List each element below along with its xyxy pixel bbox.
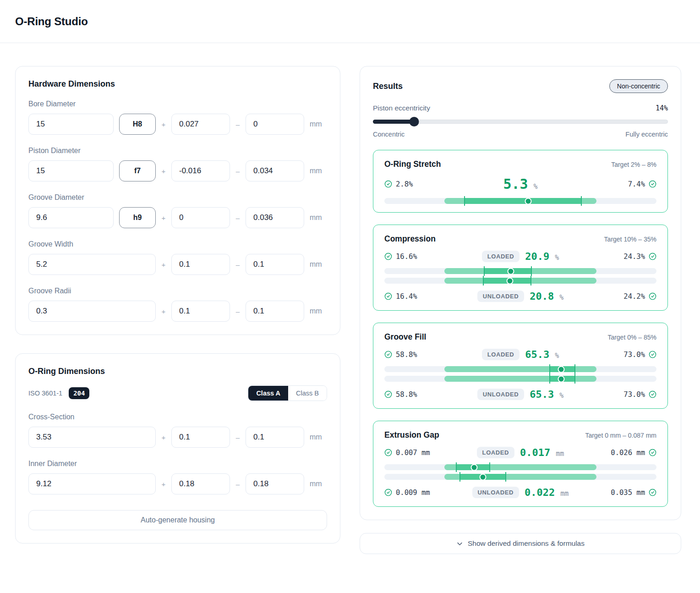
bar-max-tick [530, 276, 531, 286]
max-value-text: 73.0% [623, 351, 645, 359]
max-value: 24.3% [623, 253, 656, 261]
unloaded-value-row: 16.4% UNLOADED 20.8 % 24.2% [384, 291, 656, 302]
compression-loaded-bar [384, 268, 656, 274]
plus-sign: + [156, 307, 171, 315]
min-value: 16.6% [384, 253, 482, 261]
loaded-value-row: 0.007 mm LOADED 0.017 mm 0.026 mm [384, 447, 656, 458]
max-value-text: 24.2% [623, 292, 645, 301]
class-b-button[interactable]: Class B [288, 386, 327, 401]
check-circle-icon [384, 489, 392, 496]
non-concentric-badge[interactable]: Non-concentric [609, 79, 668, 93]
eccentricity-row: Piston eccentricity 14% [373, 104, 668, 112]
nominal-unit: % [555, 351, 559, 360]
piston-diameter-row: f7 + – mm [28, 160, 327, 181]
piston-tolerance-minus-input[interactable] [246, 160, 304, 181]
metric-title: Groove Fill [384, 332, 426, 342]
inner-diameter-plus-input[interactable] [171, 473, 230, 494]
loaded-badge: LOADED [482, 251, 520, 262]
inner-diameter-input[interactable] [28, 473, 156, 494]
cross-section-plus-input[interactable] [171, 427, 230, 448]
groove-width-input[interactable] [28, 254, 156, 275]
max-value-text: 0.035 mm [611, 489, 645, 497]
check-circle-icon [649, 292, 656, 300]
nominal-unit: % [559, 293, 563, 302]
oring-meta-row: ISO 3601-1 204 Class A Class B [28, 385, 327, 401]
groove-tolerance-button[interactable]: h9 [119, 207, 156, 228]
check-circle-icon [649, 390, 656, 398]
fully-eccentric-label: Fully eccentric [625, 131, 668, 138]
piston-tolerance-plus-input[interactable] [171, 160, 230, 181]
groove-fill-card: Groove Fill Target 0% – 85% 58.8% LOADED… [373, 323, 668, 409]
groove-radii-input[interactable] [28, 301, 156, 322]
class-a-button[interactable]: Class A [248, 386, 288, 401]
extrusion-gap-card: Extrusion Gap Target 0 mm – 0.087 mm 0.0… [373, 421, 668, 507]
groove-radii-minus-input[interactable] [246, 301, 304, 322]
max-value: 0.026 mm [611, 449, 656, 457]
loaded-badge: LOADED [477, 447, 515, 458]
derived-dimensions-toggle-button[interactable]: Show derived dimensions & formulas [360, 533, 681, 554]
groove-tolerance-plus-input[interactable] [171, 207, 230, 228]
min-value-text: 58.8% [396, 351, 417, 359]
bore-tolerance-minus-input[interactable] [246, 114, 304, 135]
metric-value-row: 2.8% 5.3 % 7.4% [384, 176, 656, 192]
metric-title: Extrusion Gap [384, 430, 439, 440]
inner-diameter-label: Inner Diameter [28, 460, 327, 468]
eccentricity-slider[interactable] [373, 117, 668, 126]
groove-tolerance-minus-input[interactable] [246, 207, 304, 228]
groove-diameter-input[interactable] [28, 207, 114, 228]
cross-section-minus-input[interactable] [246, 427, 304, 448]
unit-label: mm [310, 260, 322, 269]
check-circle-icon [384, 180, 392, 188]
bar-range-segment [465, 198, 581, 204]
max-value: 7.4% [628, 180, 656, 188]
eccentricity-slider-fill [373, 120, 414, 124]
minus-sign: – [230, 434, 246, 441]
max-value-text: 24.3% [623, 253, 645, 261]
right-column: Results Non-concentric Piston eccentrici… [360, 66, 681, 554]
check-circle-icon [384, 351, 392, 358]
inner-diameter-row: + – mm [28, 473, 327, 494]
plus-sign: + [156, 167, 171, 175]
piston-diameter-input[interactable] [28, 160, 114, 181]
results-card: Results Non-concentric Piston eccentrici… [360, 66, 681, 520]
groove-radii-plus-input[interactable] [171, 301, 230, 322]
bar-nominal-dot [507, 268, 514, 275]
oring-dimensions-card: O-Ring Dimensions ISO 3601-1 204 Class A… [15, 353, 340, 544]
bore-diameter-label: Bore Diameter [28, 100, 327, 108]
eccentricity-value: 14% [656, 104, 668, 112]
nominal-value-group: UNLOADED 0.022 mm [472, 487, 569, 498]
check-circle-icon [384, 292, 392, 300]
groove-fill-loaded-bar [384, 366, 656, 372]
unit-label: mm [310, 214, 322, 222]
metric-title: O-Ring Stretch [384, 159, 441, 169]
cross-section-input[interactable] [28, 427, 156, 448]
unit-label: mm [310, 307, 322, 315]
groove-radii-label: Groove Radii [28, 287, 327, 295]
minus-sign: – [230, 214, 246, 222]
stretch-bar [384, 198, 656, 204]
groove-width-minus-input[interactable] [246, 254, 304, 275]
minus-sign: – [230, 480, 246, 488]
bore-tolerance-plus-input[interactable] [171, 114, 230, 135]
minus-sign: – [230, 167, 246, 175]
unloaded-badge: UNLOADED [472, 487, 519, 498]
bar-nominal-dot [558, 375, 565, 382]
piston-tolerance-button[interactable]: f7 [119, 160, 156, 181]
check-circle-icon [649, 180, 656, 188]
minus-sign: – [230, 261, 246, 269]
cross-section-row: + – mm [28, 427, 327, 448]
unloaded-badge: UNLOADED [477, 291, 524, 302]
eccentricity-slider-handle[interactable] [410, 117, 419, 126]
bar-max-tick [531, 266, 532, 276]
auto-generate-housing-button[interactable]: Auto-generate housing [28, 510, 327, 530]
min-value-text: 0.009 mm [396, 489, 430, 497]
groove-width-plus-input[interactable] [171, 254, 230, 275]
bore-tolerance-button[interactable]: H8 [119, 114, 156, 135]
compression-unloaded-bar [384, 278, 656, 284]
chevron-down-icon [456, 540, 463, 547]
max-value-text: 0.026 mm [611, 449, 645, 457]
bore-diameter-input[interactable] [28, 114, 114, 135]
inner-diameter-minus-input[interactable] [246, 473, 304, 494]
metric-target: Target 10% – 35% [604, 236, 656, 243]
minus-sign: – [230, 121, 246, 128]
